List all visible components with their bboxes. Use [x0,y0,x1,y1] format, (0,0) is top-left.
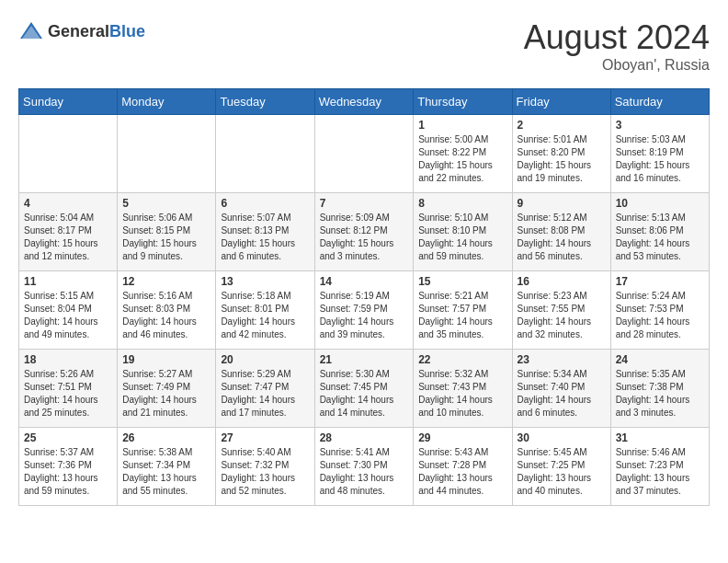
day-number: 23 [518,353,606,366]
day-info: Sunrise: 5:19 AMSunset: 7:59 PMDaylight:… [320,290,409,341]
day-info: Sunrise: 5:43 AMSunset: 7:28 PMDaylight:… [418,446,506,498]
day-number: 14 [320,275,409,288]
day-info: Sunrise: 5:38 AMSunset: 7:34 PMDaylight:… [122,446,210,498]
logo: GeneralBlue [18,18,145,44]
weekday-header-row: SundayMondayTuesdayWednesdayThursdayFrid… [19,89,710,115]
day-info: Sunrise: 5:37 AMSunset: 7:36 PMDaylight:… [24,446,112,498]
day-number: 1 [418,119,506,132]
calendar-cell: 3Sunrise: 5:03 AMSunset: 8:19 PMDaylight… [610,115,709,193]
day-number: 21 [320,353,409,366]
calendar-cell: 13Sunrise: 5:18 AMSunset: 8:01 PMDayligh… [216,271,314,350]
calendar-cell: 30Sunrise: 5:45 AMSunset: 7:25 PMDayligh… [512,428,610,506]
month-year: August 2024 [524,18,710,57]
day-info: Sunrise: 5:26 AMSunset: 7:51 PMDaylight:… [24,368,112,419]
calendar-cell: 10Sunrise: 5:13 AMSunset: 8:06 PMDayligh… [610,193,709,271]
day-info: Sunrise: 5:34 AMSunset: 7:40 PMDaylight:… [518,368,606,419]
day-number: 6 [221,197,309,210]
day-info: Sunrise: 5:46 AMSunset: 7:23 PMDaylight:… [616,446,704,498]
day-info: Sunrise: 5:30 AMSunset: 7:45 PMDaylight:… [320,368,409,419]
calendar-cell: 18Sunrise: 5:26 AMSunset: 7:51 PMDayligh… [19,350,118,428]
day-info: Sunrise: 5:40 AMSunset: 7:32 PMDaylight:… [221,446,309,498]
day-info: Sunrise: 5:09 AMSunset: 8:12 PMDaylight:… [320,212,409,263]
calendar-cell: 22Sunrise: 5:32 AMSunset: 7:43 PMDayligh… [414,350,512,428]
calendar-cell: 14Sunrise: 5:19 AMSunset: 7:59 PMDayligh… [314,271,414,350]
calendar-cell [216,115,314,193]
calendar-cell: 11Sunrise: 5:15 AMSunset: 8:04 PMDayligh… [19,271,118,350]
calendar-cell: 27Sunrise: 5:40 AMSunset: 7:32 PMDayligh… [216,428,314,506]
calendar-cell: 26Sunrise: 5:38 AMSunset: 7:34 PMDayligh… [118,428,216,506]
day-number: 30 [518,431,606,444]
day-number: 5 [122,197,210,210]
day-number: 25 [24,431,112,444]
day-info: Sunrise: 5:06 AMSunset: 8:15 PMDaylight:… [122,212,210,263]
calendar-week-row: 11Sunrise: 5:15 AMSunset: 8:04 PMDayligh… [19,271,710,350]
calendar-cell: 28Sunrise: 5:41 AMSunset: 7:30 PMDayligh… [314,428,414,506]
day-number: 15 [418,275,506,288]
day-number: 31 [616,431,704,444]
day-info: Sunrise: 5:32 AMSunset: 7:43 PMDaylight:… [418,368,506,419]
calendar-cell: 1Sunrise: 5:00 AMSunset: 8:22 PMDaylight… [414,115,512,193]
weekday-header: Sunday [19,89,118,115]
day-number: 18 [24,353,112,366]
day-info: Sunrise: 5:01 AMSunset: 8:20 PMDaylight:… [518,133,606,185]
day-info: Sunrise: 5:07 AMSunset: 8:13 PMDaylight:… [221,212,309,263]
day-number: 22 [418,353,506,366]
day-number: 3 [616,119,704,132]
calendar-week-row: 4Sunrise: 5:04 AMSunset: 8:17 PMDaylight… [19,193,710,271]
calendar-week-row: 1Sunrise: 5:00 AMSunset: 8:22 PMDaylight… [19,115,710,193]
day-number: 13 [221,275,309,288]
day-info: Sunrise: 5:27 AMSunset: 7:49 PMDaylight:… [122,368,210,419]
title-block: August 2024 Oboyan', Russia [524,18,710,74]
day-number: 26 [122,431,210,444]
day-info: Sunrise: 5:10 AMSunset: 8:10 PMDaylight:… [418,212,506,263]
calendar-cell: 8Sunrise: 5:10 AMSunset: 8:10 PMDaylight… [414,193,512,271]
weekday-header: Friday [512,89,610,115]
logo-blue: Blue [109,22,145,40]
day-info: Sunrise: 5:29 AMSunset: 7:47 PMDaylight:… [221,368,309,419]
day-info: Sunrise: 5:04 AMSunset: 8:17 PMDaylight:… [24,212,112,263]
calendar-cell: 17Sunrise: 5:24 AMSunset: 7:53 PMDayligh… [610,271,709,350]
weekday-header: Wednesday [314,89,414,115]
day-info: Sunrise: 5:45 AMSunset: 7:25 PMDaylight:… [518,446,606,498]
calendar-cell: 23Sunrise: 5:34 AMSunset: 7:40 PMDayligh… [512,350,610,428]
calendar-week-row: 25Sunrise: 5:37 AMSunset: 7:36 PMDayligh… [19,428,710,506]
calendar-cell: 2Sunrise: 5:01 AMSunset: 8:20 PMDaylight… [512,115,610,193]
calendar-cell: 25Sunrise: 5:37 AMSunset: 7:36 PMDayligh… [19,428,118,506]
calendar-cell [118,115,216,193]
weekday-header: Monday [118,89,216,115]
day-number: 20 [221,353,309,366]
calendar-cell: 5Sunrise: 5:06 AMSunset: 8:15 PMDaylight… [118,193,216,271]
calendar-cell: 9Sunrise: 5:12 AMSunset: 8:08 PMDaylight… [512,193,610,271]
weekday-header: Thursday [414,89,512,115]
calendar-week-row: 18Sunrise: 5:26 AMSunset: 7:51 PMDayligh… [19,350,710,428]
day-number: 4 [24,197,112,210]
day-number: 28 [320,431,409,444]
calendar-cell: 31Sunrise: 5:46 AMSunset: 7:23 PMDayligh… [610,428,709,506]
calendar-cell: 4Sunrise: 5:04 AMSunset: 8:17 PMDaylight… [19,193,118,271]
calendar-cell: 12Sunrise: 5:16 AMSunset: 8:03 PMDayligh… [118,271,216,350]
calendar-cell: 21Sunrise: 5:30 AMSunset: 7:45 PMDayligh… [314,350,414,428]
calendar-cell: 19Sunrise: 5:27 AMSunset: 7:49 PMDayligh… [118,350,216,428]
day-number: 27 [221,431,309,444]
calendar-cell: 6Sunrise: 5:07 AMSunset: 8:13 PMDaylight… [216,193,314,271]
day-number: 19 [122,353,210,366]
day-info: Sunrise: 5:12 AMSunset: 8:08 PMDaylight:… [518,212,606,263]
day-number: 12 [122,275,210,288]
location: Oboyan', Russia [524,57,710,74]
logo-general: General [48,22,109,40]
day-info: Sunrise: 5:03 AMSunset: 8:19 PMDaylight:… [616,133,704,185]
logo-icon [18,18,44,44]
day-info: Sunrise: 5:16 AMSunset: 8:03 PMDaylight:… [122,290,210,341]
calendar-cell: 7Sunrise: 5:09 AMSunset: 8:12 PMDaylight… [314,193,414,271]
day-number: 16 [518,275,606,288]
calendar-cell: 29Sunrise: 5:43 AMSunset: 7:28 PMDayligh… [414,428,512,506]
day-number: 17 [616,275,704,288]
day-number: 7 [320,197,409,210]
day-info: Sunrise: 5:18 AMSunset: 8:01 PMDaylight:… [221,290,309,341]
day-info: Sunrise: 5:00 AMSunset: 8:22 PMDaylight:… [418,133,506,185]
weekday-header: Saturday [610,89,709,115]
calendar-cell: 24Sunrise: 5:35 AMSunset: 7:38 PMDayligh… [610,350,709,428]
day-number: 29 [418,431,506,444]
calendar-cell [314,115,414,193]
day-number: 9 [518,197,606,210]
